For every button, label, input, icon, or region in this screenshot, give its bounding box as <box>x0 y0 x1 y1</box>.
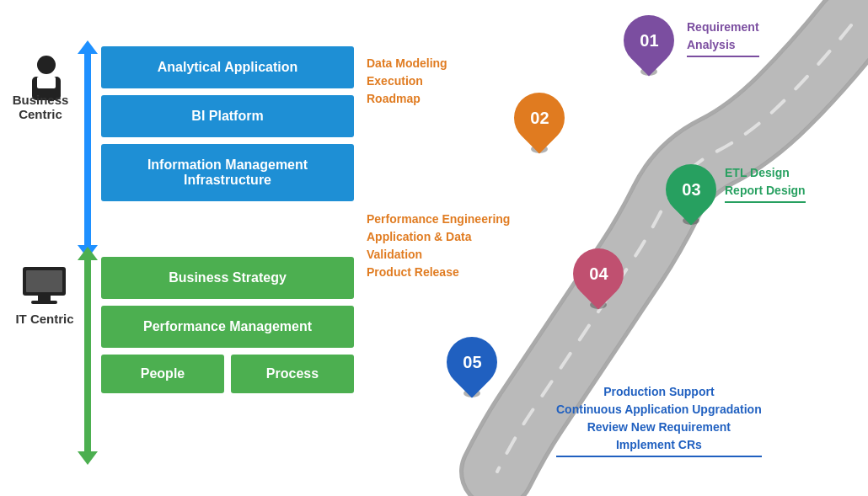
info-mgmt-box: Information ManagementInfrastructure <box>101 144 354 201</box>
svg-rect-5 <box>38 296 51 301</box>
green-arrow <box>84 257 91 455</box>
process-box: Process <box>231 355 354 393</box>
right-panel: 01 RequirementAnalysis 02 Data ModelingE… <box>362 0 868 496</box>
annotation-data-modeling: Data ModelingExecutionRoadmap <box>367 55 447 108</box>
main-container: Business Centric IT Centric Analytical A… <box>0 0 868 496</box>
annotation-requirement: RequirementAnalysis <box>687 19 759 57</box>
left-panel: Business Centric IT Centric Analytical A… <box>0 0 379 496</box>
annotation-performance: Performance EngineeringApplication & Dat… <box>367 211 510 281</box>
annotation-production: Production SupportContinuous Application… <box>556 383 762 457</box>
svg-point-0 <box>37 56 56 74</box>
pin-02: 02 <box>514 93 565 153</box>
business-strategy-box: Business Strategy <box>101 257 354 299</box>
svg-rect-2 <box>37 77 56 88</box>
business-centric-label: Business Centric <box>7 93 74 121</box>
bi-platform-box: BI Platform <box>101 95 354 137</box>
blue-boxes: Analytical Application BI Platform Infor… <box>101 46 354 208</box>
people-process-row: People Process <box>101 355 354 393</box>
svg-rect-6 <box>31 301 57 304</box>
people-box: People <box>101 355 224 393</box>
pin-01: 01 <box>624 15 674 76</box>
svg-rect-4 <box>26 270 62 292</box>
green-boxes: Business Strategy Performance Management… <box>101 257 354 393</box>
monitor-icon <box>21 265 67 307</box>
pin-04: 04 <box>573 248 624 309</box>
performance-management-box: Performance Management <box>101 306 354 348</box>
it-centric-label: IT Centric <box>15 312 74 326</box>
blue-arrow <box>84 51 91 248</box>
pin-05: 05 <box>447 337 497 397</box>
annotation-etl: ETL DesignReport Design <box>725 164 806 203</box>
pin-03: 03 <box>666 164 716 225</box>
analytical-application-box: Analytical Application <box>101 46 354 88</box>
